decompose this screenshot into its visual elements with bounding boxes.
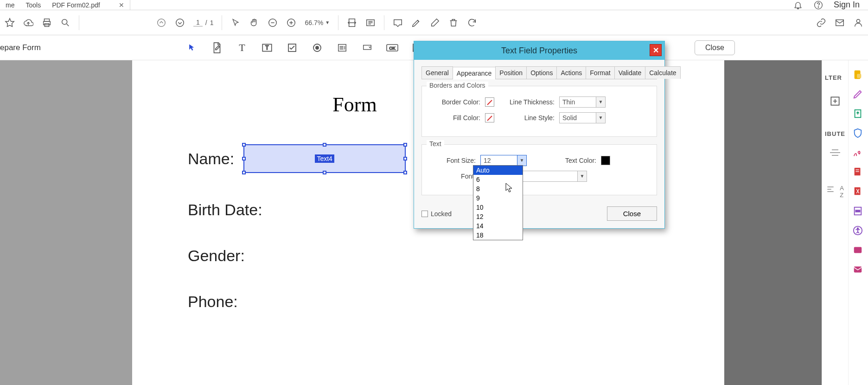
font-size-option[interactable]: 9 (473, 193, 523, 203)
zoom-in-icon[interactable] (286, 18, 296, 28)
rail-sign-icon[interactable] (853, 148, 864, 159)
resize-handle[interactable] (242, 157, 246, 160)
field-name-badge: Text4 (315, 154, 334, 163)
locked-checkbox[interactable]: Locked (421, 210, 452, 218)
notification-icon[interactable] (793, 0, 803, 10)
email-icon[interactable] (835, 18, 845, 28)
zoom-out-icon[interactable] (268, 18, 278, 28)
search-icon[interactable] (60, 18, 70, 28)
checkbox-tool-icon[interactable] (286, 41, 299, 54)
fit-page-icon[interactable] (365, 18, 376, 28)
dropdown-tool-icon[interactable] (361, 41, 374, 54)
font-size-option[interactable]: 6 (473, 175, 523, 184)
resize-handle[interactable] (323, 143, 326, 147)
tab-format[interactable]: Format (586, 66, 614, 79)
tab-document[interactable]: PDF Form02.pdf ✕ (46, 0, 130, 10)
help-icon[interactable] (813, 0, 823, 10)
close-tab-icon[interactable]: ✕ (119, 1, 124, 9)
font-size-option[interactable]: Auto (473, 166, 523, 175)
sort-icon[interactable]: AZ (840, 185, 844, 199)
pointer-select-icon[interactable] (230, 18, 241, 28)
dialog-close-icon[interactable]: ✕ (650, 44, 662, 56)
dialog-close-button[interactable]: Close (607, 206, 657, 221)
distribute-icon[interactable] (829, 148, 841, 157)
rail-redact-icon[interactable] (853, 206, 864, 217)
page-gutter-left (0, 60, 132, 385)
panel-header-2: IBUTE (825, 130, 845, 137)
border-color-label: Border Color: (429, 98, 480, 106)
tab-position[interactable]: Position (495, 66, 527, 79)
line-thickness-dropdown[interactable]: Thin▼ (559, 96, 606, 108)
selected-text-field[interactable]: Text4 (243, 144, 406, 173)
select-tool-icon[interactable] (185, 41, 198, 54)
line-style-dropdown[interactable]: Solid▼ (559, 112, 606, 123)
eraser-icon[interactable] (430, 18, 440, 28)
resize-handle[interactable] (323, 171, 326, 174)
comment-icon[interactable] (393, 18, 403, 28)
rail-protect-icon[interactable] (853, 128, 864, 139)
svg-rect-40 (854, 267, 862, 273)
label-gender: Gender: (188, 247, 245, 265)
font-size-option[interactable]: 14 (473, 221, 523, 231)
add-field-icon[interactable] (829, 95, 841, 107)
text-color-swatch[interactable] (601, 156, 610, 165)
font-size-label: Font Size: (429, 157, 476, 164)
page-current-input[interactable]: 1 (193, 19, 203, 26)
tab-validate[interactable]: Validate (614, 66, 646, 79)
font-size-option[interactable]: 18 (473, 231, 523, 240)
fit-width-icon[interactable] (347, 18, 357, 28)
rail-compress-icon[interactable] (853, 186, 864, 198)
page-up-icon[interactable] (156, 18, 166, 28)
tab-general[interactable]: General (421, 66, 453, 79)
account-icon[interactable] (853, 18, 863, 28)
font-size-options-list[interactable]: Auto 6 8 9 10 12 14 18 (473, 165, 523, 240)
tab-home[interactable]: me (0, 0, 20, 10)
tab-actions[interactable]: Actions (556, 66, 586, 79)
rail-create-icon[interactable] (853, 70, 864, 81)
tab-appearance[interactable]: Appearance (453, 67, 496, 79)
svg-point-1 (818, 6, 818, 7)
edit-doc-icon[interactable] (211, 41, 223, 54)
tab-options[interactable]: Options (526, 66, 557, 79)
font-size-option[interactable]: 10 (473, 203, 523, 212)
resize-handle[interactable] (242, 171, 246, 174)
font-size-option[interactable]: 8 (473, 184, 523, 193)
fill-color-label: Fill Color: (429, 114, 480, 122)
tab-calculate[interactable]: Calculate (645, 66, 680, 79)
text-area-tool-icon[interactable]: T (261, 41, 274, 54)
rail-edit-icon[interactable] (853, 89, 864, 100)
delete-icon[interactable] (448, 18, 459, 28)
border-color-swatch[interactable] (485, 97, 494, 107)
font-size-option[interactable]: 12 (473, 212, 523, 221)
zoom-level-dropdown[interactable]: 66.7%▼ (305, 19, 330, 26)
highlight-icon[interactable] (411, 18, 421, 28)
cloud-upload-icon[interactable] (23, 18, 33, 28)
resize-handle[interactable] (403, 171, 407, 174)
align-icon[interactable] (826, 185, 835, 199)
rail-accessibility-icon[interactable] (853, 225, 864, 237)
hand-pan-icon[interactable] (249, 18, 259, 28)
rail-send-icon[interactable] (853, 264, 864, 276)
sign-in-link[interactable]: Sign In (834, 0, 860, 10)
close-mode-button[interactable]: Close (695, 40, 735, 55)
rail-export-icon[interactable] (853, 109, 864, 120)
rail-organize-icon[interactable] (853, 167, 864, 178)
radio-tool-icon[interactable] (311, 41, 324, 54)
font-size-dropdown[interactable]: 12▼ (480, 155, 527, 166)
star-icon[interactable] (5, 18, 15, 28)
refresh-icon[interactable] (467, 18, 477, 28)
rail-more-icon[interactable] (853, 245, 864, 256)
svg-rect-3 (45, 19, 50, 21)
fill-color-swatch[interactable] (485, 113, 494, 122)
page-down-icon[interactable] (175, 18, 185, 28)
line-style-label: Line Style: (504, 114, 555, 122)
tab-tools[interactable]: Tools (20, 0, 46, 10)
link-icon[interactable] (816, 18, 826, 28)
resize-handle[interactable] (403, 143, 407, 147)
text-field-tool-icon[interactable]: T (236, 41, 249, 54)
listbox-tool-icon[interactable] (336, 41, 349, 54)
print-icon[interactable] (42, 18, 52, 28)
button-tool-icon[interactable]: OK (386, 41, 399, 54)
resize-handle[interactable] (403, 157, 407, 160)
resize-handle[interactable] (242, 143, 246, 147)
